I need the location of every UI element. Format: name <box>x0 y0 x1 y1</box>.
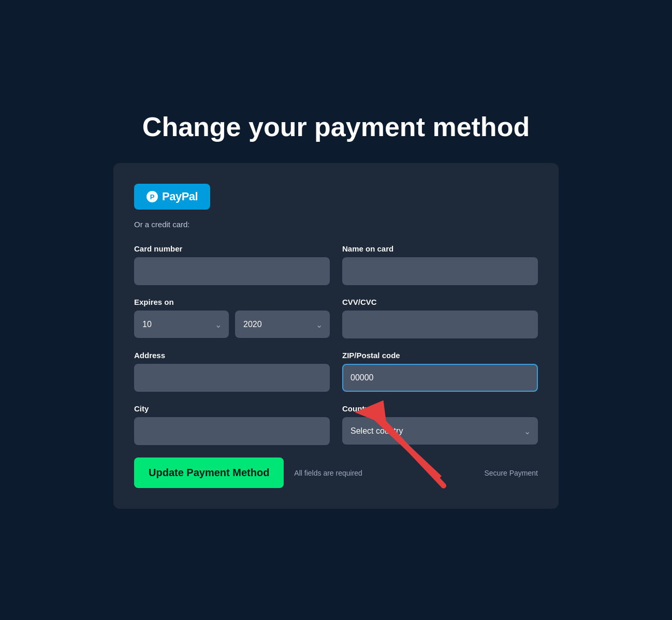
cvv-input[interactable] <box>342 311 538 338</box>
payment-form-card: P PayPal Or a credit card: Card number N… <box>113 163 559 509</box>
card-number-group: Card number <box>134 244 330 285</box>
name-on-card-label: Name on card <box>342 244 538 253</box>
country-select[interactable]: Select country United States Canada Unit… <box>342 417 538 445</box>
cvv-label: CVV/CVC <box>342 298 538 306</box>
month-select[interactable]: 10 <box>134 311 229 338</box>
city-group: City <box>134 404 330 445</box>
update-payment-button[interactable]: Update Payment Method <box>134 457 284 488</box>
zip-label: ZIP/Postal code <box>342 351 538 360</box>
expires-selects: 10 ⌄ 2020 ⌄ <box>134 311 330 338</box>
paypal-button[interactable]: P PayPal <box>134 184 210 210</box>
card-number-label: Card number <box>134 244 330 253</box>
page-title: Change your payment method <box>142 111 530 142</box>
city-input[interactable] <box>134 417 330 445</box>
address-input[interactable] <box>134 364 330 392</box>
country-label: Country <box>342 404 538 413</box>
zip-input[interactable] <box>342 364 538 392</box>
city-country-row: City Country Select country United State… <box>134 404 538 445</box>
zip-group: ZIP/Postal code <box>342 351 538 392</box>
required-text: All fields are required <box>294 469 362 477</box>
expires-group: Expires on 10 ⌄ 2020 ⌄ <box>134 298 330 338</box>
month-select-wrapper: 10 ⌄ <box>134 311 229 338</box>
name-on-card-input[interactable] <box>342 257 538 285</box>
city-label: City <box>134 404 330 413</box>
country-group: Country Select country United States Can… <box>342 404 538 445</box>
or-credit-card-label: Or a credit card: <box>134 220 538 229</box>
paypal-logo-text: PayPal <box>162 190 198 203</box>
expires-label: Expires on <box>134 298 330 306</box>
secure-payment-text: Secure Payment <box>485 469 538 477</box>
footer-row: Update Payment Method All fields are req… <box>134 457 538 488</box>
paypal-p-icon: P <box>147 191 158 202</box>
expires-cvv-row: Expires on 10 ⌄ 2020 ⌄ CVV/CVC <box>134 298 538 338</box>
address-zip-row: Address ZIP/Postal code <box>134 351 538 392</box>
address-label: Address <box>134 351 330 360</box>
card-name-row: Card number Name on card <box>134 244 538 285</box>
cvv-group: CVV/CVC <box>342 298 538 338</box>
name-on-card-group: Name on card <box>342 244 538 285</box>
address-group: Address <box>134 351 330 392</box>
year-select-wrapper: 2020 ⌄ <box>235 311 330 338</box>
country-select-wrapper: Select country United States Canada Unit… <box>342 417 538 445</box>
year-select[interactable]: 2020 <box>235 311 330 338</box>
card-number-input[interactable] <box>134 257 330 285</box>
